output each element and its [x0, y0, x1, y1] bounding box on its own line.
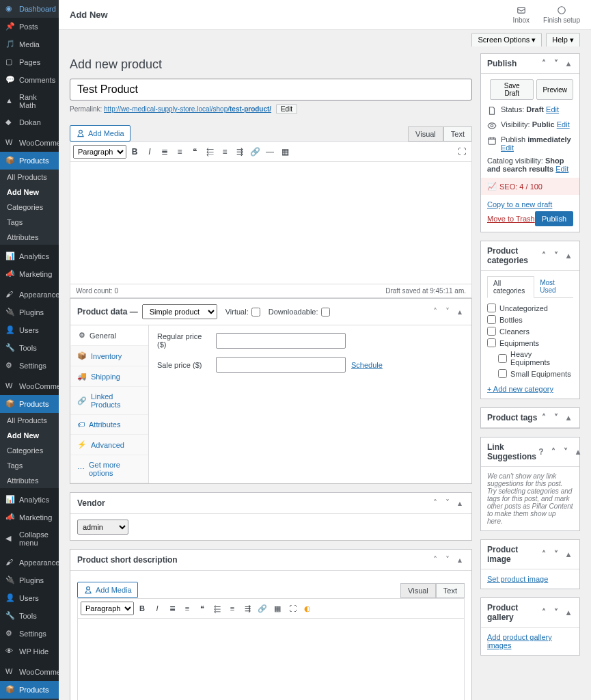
- sidebar-item-plugins[interactable]: 🔌Plugins: [0, 304, 59, 321]
- sidebar-sub-add-new[interactable]: Add New: [0, 428, 59, 443]
- pd-tab-shipping[interactable]: 🚚Shipping: [70, 366, 148, 387]
- quote-icon[interactable]: ❝: [188, 145, 202, 159]
- tab-text-2[interactable]: Text: [436, 583, 465, 598]
- sidebar-item-marketing[interactable]: 📣Marketing: [0, 509, 59, 526]
- collapse-menu[interactable]: ◀Collapse menu: [0, 526, 59, 551]
- cat-tab-most[interactable]: Most Used: [534, 276, 573, 297]
- align-right-icon[interactable]: ⇶: [240, 602, 254, 615]
- downloadable-checkbox[interactable]: Downloadable:: [269, 308, 330, 317]
- permalink-link[interactable]: http://we-medical-supply-store.local/sho…: [104, 105, 271, 113]
- content-editor[interactable]: [70, 161, 472, 284]
- sidebar-item-users[interactable]: 👤Users: [0, 589, 59, 607]
- sidebar-item-appearance[interactable]: 🖌Appearance: [0, 286, 59, 304]
- sidebar-sub-attributes[interactable]: Attributes: [0, 473, 59, 488]
- help-button[interactable]: Help ▾: [546, 33, 580, 46]
- category-bottles[interactable]: Bottles: [487, 314, 573, 325]
- italic-icon[interactable]: I: [143, 145, 156, 159]
- sidebar-item-pages[interactable]: ▢Pages: [0, 53, 59, 71]
- sidebar-item-analytics[interactable]: 📊Analytics: [0, 247, 59, 265]
- sidebar-sub-attributes[interactable]: Attributes: [0, 230, 59, 245]
- sidebar-sub-add-new[interactable]: Add New: [0, 185, 59, 200]
- pd-tab-general[interactable]: ⚙General: [70, 325, 148, 346]
- edit-publish-date[interactable]: Edit: [501, 144, 514, 152]
- product-type-select[interactable]: Simple product: [142, 304, 217, 319]
- copy-draft-link[interactable]: Copy to a new draft: [487, 200, 552, 208]
- align-center-icon[interactable]: ≡: [225, 602, 239, 615]
- category-small-equipments[interactable]: Small Equipments: [487, 368, 573, 379]
- table-icon[interactable]: ▦: [278, 145, 292, 159]
- fullscreen-icon[interactable]: ⛶: [455, 145, 469, 159]
- sidebar-item-woocommerce[interactable]: WWooCommerce: [0, 663, 59, 681]
- sidebar-item-analytics[interactable]: 📊Analytics: [0, 491, 59, 509]
- sidebar-item-appearance[interactable]: 🖌Appearance: [0, 554, 59, 571]
- link-icon[interactable]: 🔗: [248, 145, 262, 159]
- bold-icon[interactable]: B: [128, 145, 141, 159]
- sidebar-item-media[interactable]: 🎵Media: [0, 36, 59, 53]
- screen-options-button[interactable]: Screen Options ▾: [471, 33, 542, 46]
- chevron-up-icon[interactable]: ˄: [430, 307, 440, 317]
- category-heavy-equipments[interactable]: Heavy Equipments: [487, 349, 573, 368]
- cat-tab-all[interactable]: All categories: [487, 276, 534, 298]
- vendor-select[interactable]: admin: [77, 520, 128, 535]
- edit-status[interactable]: Edit: [546, 105, 559, 113]
- sidebar-sub-tags[interactable]: Tags: [0, 458, 59, 473]
- tab-visual-2[interactable]: Visual: [400, 583, 436, 598]
- publish-button[interactable]: Publish: [535, 211, 573, 226]
- quote-icon[interactable]: ❝: [195, 602, 209, 615]
- sidebar-item-settings[interactable]: ⚙Settings: [0, 625, 59, 643]
- sidebar-item-tools[interactable]: 🔧Tools: [0, 607, 59, 625]
- category-cleaners[interactable]: Cleaners: [487, 325, 573, 337]
- chevron-down-icon[interactable]: ˅: [443, 307, 452, 317]
- move-to-trash[interactable]: Move to Trash: [487, 215, 535, 223]
- product-title-input[interactable]: [70, 79, 472, 100]
- yoast-icon[interactable]: ◐: [301, 602, 314, 615]
- schedule-link[interactable]: Schedule: [351, 361, 383, 369]
- ol-icon[interactable]: ≡: [180, 602, 194, 615]
- bold-icon[interactable]: B: [135, 602, 149, 615]
- more-icon[interactable]: —: [263, 145, 277, 159]
- sidebar-sub-categories[interactable]: Categories: [0, 200, 59, 215]
- regular-price-input[interactable]: [216, 333, 346, 349]
- sidebar-item-posts[interactable]: 📌Posts: [0, 18, 59, 36]
- ul-icon[interactable]: ≣: [165, 602, 179, 615]
- sidebar-item-products[interactable]: 📦Products: [0, 395, 59, 413]
- tab-text[interactable]: Text: [443, 126, 472, 142]
- short-desc-editor[interactable]: [77, 618, 465, 700]
- align-left-icon[interactable]: ⬱: [203, 145, 217, 159]
- inbox-button[interactable]: Inbox: [513, 5, 530, 24]
- sidebar-item-rank-math[interactable]: ▲Rank Math: [0, 89, 59, 113]
- sidebar-item-tools[interactable]: 🔧Tools: [0, 339, 59, 357]
- sidebar-item-products[interactable]: 📦Products: [0, 152, 59, 170]
- sidebar-item-dokan[interactable]: ◆Dokan: [0, 113, 59, 131]
- tab-visual[interactable]: Visual: [408, 126, 443, 142]
- ol-icon[interactable]: ≡: [173, 145, 187, 159]
- add-media-button[interactable]: Add Media: [70, 125, 130, 142]
- preview-button[interactable]: Preview: [536, 79, 573, 100]
- format-select[interactable]: Paragraph: [73, 145, 126, 159]
- sidebar-sub-all-products[interactable]: All Products: [0, 413, 59, 428]
- align-right-icon[interactable]: ⇶: [233, 145, 247, 159]
- sidebar-item-users[interactable]: 👤Users: [0, 321, 59, 339]
- sidebar-item-wp-hide[interactable]: 👁WP Hide: [0, 643, 59, 660]
- add-gallery-images[interactable]: Add product gallery images: [487, 633, 552, 649]
- sidebar-sub-categories[interactable]: Categories: [0, 443, 59, 458]
- sidebar-item-dashboard[interactable]: ◉Dashboard: [0, 0, 59, 18]
- pd-tab-linked-products[interactable]: 🔗Linked Products: [70, 387, 148, 415]
- edit-visibility[interactable]: Edit: [557, 120, 570, 129]
- add-category-link[interactable]: + Add new category: [487, 385, 553, 393]
- sale-price-input[interactable]: [216, 357, 346, 373]
- pd-tab-attributes[interactable]: 🏷Attributes: [70, 415, 148, 435]
- sidebar-item-woocommerce[interactable]: WWooCommerce: [0, 377, 59, 395]
- pd-tab-get-more-options[interactable]: ⋯Get more options: [70, 455, 148, 483]
- pd-tab-advanced[interactable]: ⚡Advanced: [70, 435, 148, 455]
- category-equipments[interactable]: Equipments: [487, 337, 573, 349]
- sidebar-item-marketing[interactable]: 📣Marketing: [0, 265, 59, 283]
- finish-setup-button[interactable]: Finish setup: [543, 5, 580, 24]
- sort-icon[interactable]: ▴: [455, 307, 465, 317]
- help-icon[interactable]: ?: [536, 447, 546, 457]
- table-icon[interactable]: ▦: [271, 602, 284, 615]
- add-media-button-2[interactable]: Add Media: [77, 582, 138, 598]
- sidebar-item-products[interactable]: 📦Products: [0, 681, 59, 699]
- link-icon[interactable]: 🔗: [256, 602, 269, 615]
- sidebar-item-woocommerce[interactable]: WWooCommerce: [0, 134, 59, 152]
